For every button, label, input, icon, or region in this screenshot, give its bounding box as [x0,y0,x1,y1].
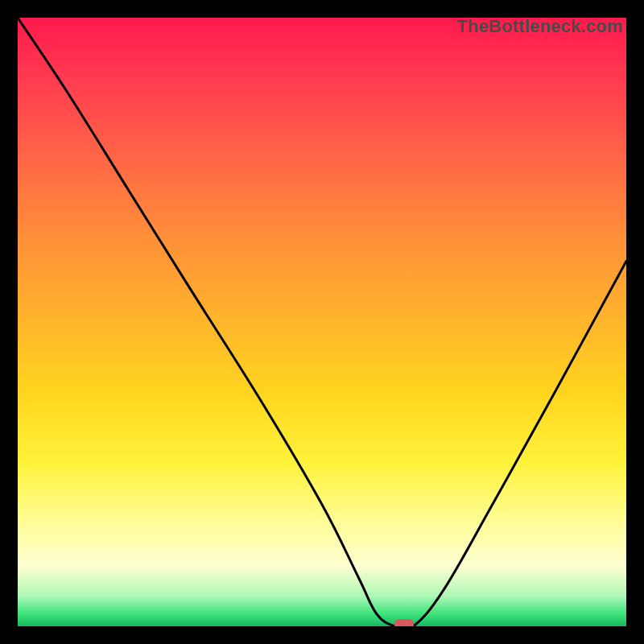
watermark-text: TheBottleneck.com [457,18,623,37]
optimal-marker [394,619,414,626]
bottleneck-curve [18,18,626,626]
plot-area: TheBottleneck.com [18,18,626,626]
chart-frame: TheBottleneck.com [0,0,644,644]
